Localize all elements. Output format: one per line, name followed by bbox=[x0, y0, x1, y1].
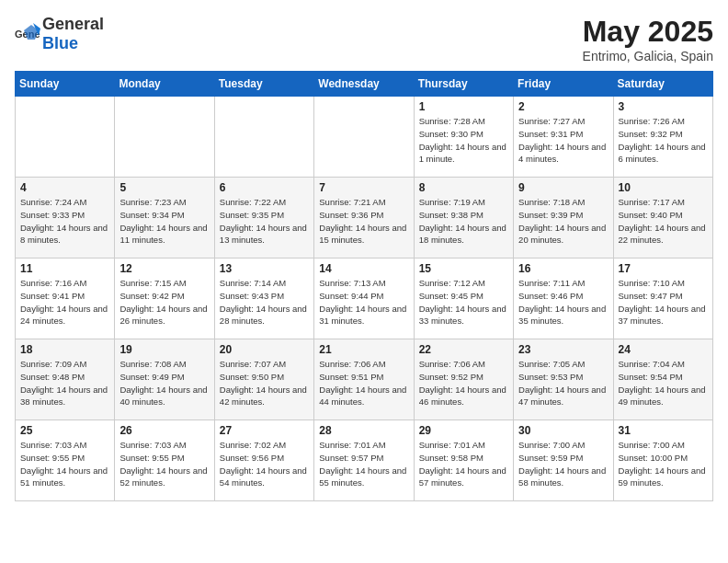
day-number: 14 bbox=[319, 262, 408, 275]
day-info: Sunrise: 7:07 AMSunset: 9:50 PMDaylight:… bbox=[220, 358, 309, 408]
day-info: Sunrise: 7:05 AMSunset: 9:53 PMDaylight:… bbox=[518, 358, 608, 408]
calendar-cell: 29Sunrise: 7:01 AMSunset: 9:58 PMDayligh… bbox=[414, 420, 513, 501]
day-info: Sunrise: 7:14 AMSunset: 9:43 PMDaylight:… bbox=[220, 277, 309, 327]
day-number: 11 bbox=[20, 262, 109, 275]
week-row-2: 4Sunrise: 7:24 AMSunset: 9:33 PMDaylight… bbox=[16, 178, 713, 259]
calendar-cell: 8Sunrise: 7:19 AMSunset: 9:38 PMDaylight… bbox=[414, 178, 513, 259]
day-number: 10 bbox=[619, 181, 708, 194]
calendar-cell: 23Sunrise: 7:05 AMSunset: 9:53 PMDayligh… bbox=[514, 339, 613, 420]
day-number: 12 bbox=[119, 262, 209, 275]
week-row-4: 18Sunrise: 7:09 AMSunset: 9:48 PMDayligh… bbox=[16, 339, 713, 420]
day-number: 4 bbox=[20, 181, 109, 194]
day-number: 22 bbox=[419, 343, 508, 356]
day-info: Sunrise: 7:10 AMSunset: 9:47 PMDaylight:… bbox=[619, 277, 708, 327]
day-info: Sunrise: 7:06 AMSunset: 9:51 PMDaylight:… bbox=[319, 358, 408, 408]
day-info: Sunrise: 7:00 AMSunset: 9:59 PMDaylight:… bbox=[518, 439, 608, 489]
logo: General General Blue bbox=[15, 15, 104, 53]
calendar-cell bbox=[16, 97, 115, 178]
day-info: Sunrise: 7:03 AMSunset: 9:55 PMDaylight:… bbox=[119, 439, 209, 489]
day-info: Sunrise: 7:01 AMSunset: 9:58 PMDaylight:… bbox=[419, 439, 508, 489]
calendar-cell: 20Sunrise: 7:07 AMSunset: 9:50 PMDayligh… bbox=[214, 339, 313, 420]
weekday-header-row: SundayMondayTuesdayWednesdayThursdayFrid… bbox=[16, 72, 713, 97]
calendar-cell: 11Sunrise: 7:16 AMSunset: 9:41 PMDayligh… bbox=[16, 259, 115, 339]
day-info: Sunrise: 7:18 AMSunset: 9:39 PMDaylight:… bbox=[518, 196, 608, 247]
logo-general: General bbox=[42, 15, 104, 33]
calendar-cell: 3Sunrise: 7:26 AMSunset: 9:32 PMDaylight… bbox=[613, 97, 712, 178]
weekday-header-tuesday: Tuesday bbox=[214, 72, 313, 97]
calendar-cell: 9Sunrise: 7:18 AMSunset: 9:39 PMDaylight… bbox=[514, 178, 613, 259]
weekday-header-thursday: Thursday bbox=[414, 72, 513, 97]
logo-icon: General bbox=[15, 21, 40, 47]
calendar-cell: 10Sunrise: 7:17 AMSunset: 9:40 PMDayligh… bbox=[613, 178, 712, 259]
day-info: Sunrise: 7:13 AMSunset: 9:44 PMDaylight:… bbox=[319, 277, 408, 327]
location-subtitle: Entrimo, Galicia, Spain bbox=[583, 49, 713, 63]
day-info: Sunrise: 7:02 AMSunset: 9:56 PMDaylight:… bbox=[220, 439, 309, 489]
day-info: Sunrise: 7:12 AMSunset: 9:45 PMDaylight:… bbox=[419, 277, 508, 327]
day-number: 21 bbox=[319, 343, 408, 356]
calendar-cell: 30Sunrise: 7:00 AMSunset: 9:59 PMDayligh… bbox=[514, 420, 613, 501]
week-row-1: 1Sunrise: 7:28 AMSunset: 9:30 PMDaylight… bbox=[16, 97, 713, 178]
day-number: 19 bbox=[119, 343, 209, 356]
day-number: 6 bbox=[220, 181, 309, 194]
calendar-cell bbox=[314, 97, 414, 178]
day-info: Sunrise: 7:22 AMSunset: 9:35 PMDaylight:… bbox=[220, 196, 309, 247]
calendar-cell: 13Sunrise: 7:14 AMSunset: 9:43 PMDayligh… bbox=[214, 259, 313, 339]
day-number: 20 bbox=[220, 343, 309, 356]
day-info: Sunrise: 7:27 AMSunset: 9:31 PMDaylight:… bbox=[518, 115, 608, 166]
calendar-cell: 1Sunrise: 7:28 AMSunset: 9:30 PMDaylight… bbox=[414, 97, 513, 178]
day-info: Sunrise: 7:19 AMSunset: 9:38 PMDaylight:… bbox=[419, 196, 508, 247]
day-info: Sunrise: 7:11 AMSunset: 9:46 PMDaylight:… bbox=[518, 277, 608, 327]
header: General General Blue May 2025 Entrimo, G… bbox=[15, 15, 713, 63]
calendar-cell: 6Sunrise: 7:22 AMSunset: 9:35 PMDaylight… bbox=[214, 178, 313, 259]
day-number: 8 bbox=[419, 181, 508, 194]
day-number: 2 bbox=[518, 100, 608, 113]
calendar-cell: 27Sunrise: 7:02 AMSunset: 9:56 PMDayligh… bbox=[214, 420, 313, 501]
calendar-cell: 24Sunrise: 7:04 AMSunset: 9:54 PMDayligh… bbox=[613, 339, 712, 420]
calendar-cell: 4Sunrise: 7:24 AMSunset: 9:33 PMDaylight… bbox=[16, 178, 115, 259]
week-row-5: 25Sunrise: 7:03 AMSunset: 9:55 PMDayligh… bbox=[16, 420, 713, 501]
day-info: Sunrise: 7:08 AMSunset: 9:49 PMDaylight:… bbox=[119, 358, 209, 408]
day-info: Sunrise: 7:06 AMSunset: 9:52 PMDaylight:… bbox=[419, 358, 508, 408]
day-info: Sunrise: 7:21 AMSunset: 9:36 PMDaylight:… bbox=[319, 196, 408, 247]
day-number: 16 bbox=[518, 262, 608, 275]
day-number: 30 bbox=[518, 424, 608, 437]
day-info: Sunrise: 7:23 AMSunset: 9:34 PMDaylight:… bbox=[119, 196, 209, 247]
day-number: 26 bbox=[119, 424, 209, 437]
day-number: 23 bbox=[518, 343, 608, 356]
day-number: 31 bbox=[619, 424, 708, 437]
weekday-header-wednesday: Wednesday bbox=[314, 72, 414, 97]
day-info: Sunrise: 7:17 AMSunset: 9:40 PMDaylight:… bbox=[619, 196, 708, 247]
calendar-cell: 7Sunrise: 7:21 AMSunset: 9:36 PMDaylight… bbox=[314, 178, 414, 259]
day-number: 17 bbox=[619, 262, 708, 275]
day-info: Sunrise: 7:24 AMSunset: 9:33 PMDaylight:… bbox=[20, 196, 109, 247]
calendar-cell: 25Sunrise: 7:03 AMSunset: 9:55 PMDayligh… bbox=[16, 420, 115, 501]
day-info: Sunrise: 7:26 AMSunset: 9:32 PMDaylight:… bbox=[619, 115, 708, 166]
title-area: May 2025 Entrimo, Galicia, Spain bbox=[583, 15, 713, 63]
day-number: 27 bbox=[220, 424, 309, 437]
day-info: Sunrise: 7:00 AMSunset: 10:00 PMDaylight… bbox=[619, 439, 708, 489]
month-title: May 2025 bbox=[583, 15, 713, 49]
day-number: 5 bbox=[119, 181, 209, 194]
weekday-header-sunday: Sunday bbox=[16, 72, 115, 97]
day-number: 1 bbox=[419, 100, 508, 113]
day-number: 28 bbox=[319, 424, 408, 437]
calendar-cell: 14Sunrise: 7:13 AMSunset: 9:44 PMDayligh… bbox=[314, 259, 414, 339]
calendar-cell: 31Sunrise: 7:00 AMSunset: 10:00 PMDaylig… bbox=[613, 420, 712, 501]
calendar-cell: 21Sunrise: 7:06 AMSunset: 9:51 PMDayligh… bbox=[314, 339, 414, 420]
logo-blue: Blue bbox=[42, 34, 78, 52]
day-number: 13 bbox=[220, 262, 309, 275]
day-number: 18 bbox=[20, 343, 109, 356]
day-info: Sunrise: 7:15 AMSunset: 9:42 PMDaylight:… bbox=[119, 277, 209, 327]
calendar-cell: 26Sunrise: 7:03 AMSunset: 9:55 PMDayligh… bbox=[115, 420, 214, 501]
day-info: Sunrise: 7:01 AMSunset: 9:57 PMDaylight:… bbox=[319, 439, 408, 489]
calendar-cell: 28Sunrise: 7:01 AMSunset: 9:57 PMDayligh… bbox=[314, 420, 414, 501]
calendar-cell: 18Sunrise: 7:09 AMSunset: 9:48 PMDayligh… bbox=[16, 339, 115, 420]
calendar-cell: 22Sunrise: 7:06 AMSunset: 9:52 PMDayligh… bbox=[414, 339, 513, 420]
calendar-cell bbox=[115, 97, 214, 178]
day-info: Sunrise: 7:16 AMSunset: 9:41 PMDaylight:… bbox=[20, 277, 109, 327]
day-info: Sunrise: 7:03 AMSunset: 9:55 PMDaylight:… bbox=[20, 439, 109, 489]
day-number: 7 bbox=[319, 181, 408, 194]
day-number: 9 bbox=[518, 181, 608, 194]
calendar-cell bbox=[214, 97, 313, 178]
day-number: 15 bbox=[419, 262, 508, 275]
